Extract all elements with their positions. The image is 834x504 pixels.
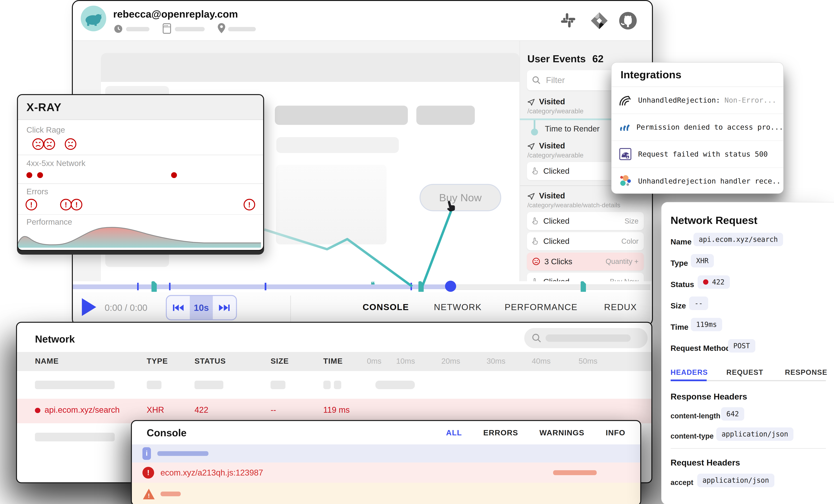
session-location-skeleton (228, 27, 256, 31)
sentry-icon (619, 94, 632, 106)
user-events-count: 62 (592, 53, 603, 64)
skip-interval-value[interactable]: 10s (190, 296, 213, 319)
performance-chart (18, 224, 261, 248)
console-row-error[interactable]: ! ecom.xyz/a213qh.js:123987 (132, 462, 640, 483)
timeline-note-marker[interactable]: ❝ (371, 280, 375, 289)
ruler-40ms: 40ms (532, 357, 551, 366)
error-dot-icon (35, 408, 40, 413)
tab-headers[interactable]: HEADERS (671, 368, 708, 376)
status-code: 422 (712, 278, 724, 286)
integration-row-sentry[interactable]: UnhandledRejection: Non-Error... (612, 87, 784, 114)
network-error-marker (37, 172, 43, 178)
console-tab-all[interactable]: ALL (446, 429, 462, 437)
console-tab-errors[interactable]: ERRORS (483, 429, 518, 437)
integration-elastic-text: Unhandledrejection handler rece.. (638, 177, 781, 185)
request-headers-title: Request Headers (671, 458, 740, 467)
event-clicked-target: Color (621, 237, 639, 245)
tab-response[interactable]: RESPONSE (785, 368, 827, 376)
play-button[interactable] (82, 298, 96, 316)
console-row-info[interactable]: i (132, 444, 640, 462)
event-clicked-label: Clicked (543, 237, 570, 246)
integration-row-bugsnag[interactable]: Permission denied to access pro... (612, 114, 784, 141)
network-request-panel: Network Request Name api.ecom.xyz/search… (661, 202, 834, 504)
header-content-type-label: content-type (671, 432, 714, 440)
event-clicked-size-card[interactable]: Clicked Size (527, 212, 644, 230)
visited-icon (527, 143, 535, 150)
event-visited-1[interactable]: Visited (539, 97, 565, 106)
event-visited-2[interactable]: Visited (539, 141, 565, 150)
network-error-marker (26, 172, 32, 178)
event-time-to-render[interactable]: Time to Render (545, 124, 600, 133)
console-warning-skeleton (160, 491, 181, 496)
session-user-email: rebecca@openreplay.com (113, 8, 238, 20)
svg-text:!: ! (148, 492, 150, 499)
timeline-playhead[interactable] (445, 281, 456, 292)
timeline-played-track[interactable] (73, 284, 451, 289)
console-tab-info[interactable]: INFO (606, 429, 626, 437)
tab-performance[interactable]: PERFORMANCE (505, 302, 578, 312)
network-search-box[interactable] (524, 328, 648, 348)
error-icon: ! (142, 467, 154, 479)
jira-icon[interactable] (590, 11, 609, 30)
network-row-error[interactable]: api.ecom.xyz/search XHR 422 -- 119 ms (17, 399, 652, 423)
event-clicked-target: Size (624, 217, 639, 225)
console-row-warning[interactable]: ! (132, 483, 640, 504)
buy-now-button[interactable]: Buy Now (420, 184, 501, 211)
field-status-value: 422 (698, 276, 730, 289)
svg-text:!: ! (65, 200, 67, 209)
timeline-event-tick (265, 283, 266, 290)
timeline-page-marker[interactable] (580, 281, 586, 292)
xray-divider (18, 214, 263, 215)
col-status[interactable]: STATUS (195, 357, 226, 366)
slack-icon[interactable] (560, 12, 576, 28)
header-accept-label: accept (671, 479, 694, 487)
header-content-length-value: 642 (721, 407, 744, 421)
field-type-label: Type (671, 259, 688, 268)
timeline-page-marker[interactable] (418, 281, 424, 292)
header-content-type-value: application/json (716, 428, 793, 441)
skip-back-button[interactable] (167, 296, 190, 319)
network-row-skeleton[interactable] (17, 373, 652, 397)
xray-divider (18, 155, 263, 155)
integration-row-datadog[interactable]: Request failed with status 500 (612, 141, 784, 168)
network-error-marker (171, 172, 177, 178)
status-error-dot-icon (703, 279, 708, 285)
network-panel-title: Network (35, 333, 75, 345)
tab-request[interactable]: REQUEST (726, 368, 764, 376)
svg-text:!: ! (75, 200, 78, 209)
skip-forward-icon (218, 304, 230, 312)
skip-forward-button[interactable] (213, 296, 236, 319)
event-clicked-color-card[interactable]: Clicked Color (527, 232, 644, 250)
warning-icon: ! (142, 488, 155, 500)
controls-divider (290, 295, 291, 323)
event-rage-clicks-card[interactable]: 3 Clicks Quantity + (527, 253, 644, 271)
datadog-icon (619, 148, 632, 160)
error-row-time: 119 ms (323, 405, 350, 415)
tab-network[interactable]: NETWORK (434, 302, 482, 312)
session-user-bar: rebecca@openreplay.com (73, 1, 652, 41)
ruler-20ms: 20ms (441, 357, 460, 366)
error-markers: !!!! (25, 198, 256, 211)
timeline-page-marker[interactable] (152, 281, 157, 292)
player-controls: ❝ 0:00 / 0:00 10s (73, 281, 651, 325)
col-time[interactable]: TIME (323, 357, 343, 366)
github-icon[interactable] (618, 11, 638, 30)
field-status-label: Status (671, 280, 694, 289)
xray-title: X-RAY (18, 95, 263, 120)
error-row-name: api.ecom.xyz/search (45, 405, 119, 415)
col-type[interactable]: TYPE (147, 357, 168, 366)
console-tab-warnings[interactable]: WARNINGS (540, 429, 585, 437)
xray-errors-label: Errors (26, 187, 48, 196)
col-size[interactable]: SIZE (270, 357, 289, 366)
tab-console[interactable]: CONSOLE (363, 302, 409, 312)
event-visited-3[interactable]: Visited (539, 191, 565, 200)
integration-row-elastic[interactable]: Unhandledrejection handler rece.. (612, 168, 784, 194)
tab-redux[interactable]: REDUX (604, 302, 637, 312)
click-hand-icon (532, 237, 539, 245)
error-row-status: 422 (195, 405, 208, 415)
timeline-remaining-track[interactable] (450, 284, 650, 290)
field-name-value: api.ecom.xyz/search (694, 233, 783, 246)
replayed-product-image-skeleton (276, 165, 387, 244)
col-name[interactable]: NAME (35, 357, 59, 366)
field-size-value: -- (689, 297, 708, 310)
